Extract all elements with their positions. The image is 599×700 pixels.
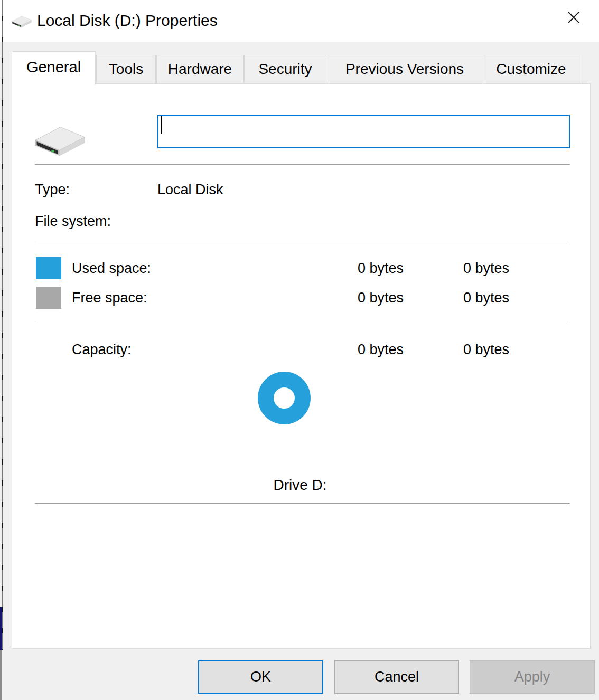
capacity-label: Capacity: <box>72 338 132 361</box>
capacity-size: 0 bytes <box>404 338 509 361</box>
used-space-bytes: 0 bytes <box>298 257 404 279</box>
screen-edge-artifact <box>0 650 2 700</box>
tab-tools[interactable]: Tools <box>96 55 156 83</box>
volume-label-input[interactable] <box>157 115 570 148</box>
used-space-size: 0 bytes <box>404 257 509 279</box>
disk-usage-pie-chart <box>258 372 311 424</box>
tab-general[interactable]: General <box>12 51 96 85</box>
separator <box>35 244 570 244</box>
file-system-label: File system: <box>35 212 111 231</box>
close-icon <box>567 11 581 26</box>
free-space-label: Free space: <box>72 287 147 309</box>
type-label: Type: <box>35 180 70 199</box>
tab-customize[interactable]: Customize <box>483 55 579 83</box>
ok-button[interactable]: OK <box>198 660 323 694</box>
titlebar: Local Disk (D:) Properties <box>0 0 599 42</box>
tab-previous-versions[interactable]: Previous Versions <box>327 55 482 83</box>
used-space-label: Used space: <box>72 257 151 279</box>
type-value: Local Disk <box>157 180 223 199</box>
general-tab-page: Type: Local Disk File system: Used space… <box>12 83 591 649</box>
free-space-size: 0 bytes <box>404 287 509 309</box>
separator <box>35 503 570 504</box>
window-title: Local Disk (D:) Properties <box>37 12 218 30</box>
capacity-bytes: 0 bytes <box>298 338 404 361</box>
free-space-swatch <box>36 287 61 309</box>
used-space-swatch <box>36 257 61 279</box>
close-button[interactable] <box>561 5 586 31</box>
screen-edge-artifact <box>0 607 2 650</box>
hard-drive-icon <box>32 120 88 162</box>
tab-hardware[interactable]: Hardware <box>156 55 244 83</box>
apply-button[interactable]: Apply <box>470 660 595 694</box>
cancel-button[interactable]: Cancel <box>334 660 459 694</box>
free-space-bytes: 0 bytes <box>298 287 404 309</box>
separator <box>35 164 570 165</box>
tab-security[interactable]: Security <box>244 55 326 83</box>
properties-dialog: Local Disk (D:) Properties General Tools… <box>0 0 599 700</box>
drive-caption: Drive D: <box>221 476 379 495</box>
separator <box>35 325 570 325</box>
hard-drive-icon <box>11 13 33 31</box>
screen-edge-artifact <box>2 0 3 650</box>
